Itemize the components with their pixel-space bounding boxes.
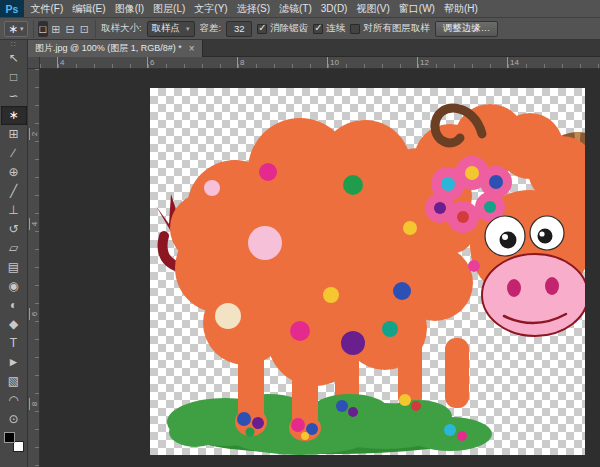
ruler-mark: 14 xyxy=(507,57,519,69)
chevron-down-icon: ▾ xyxy=(20,25,24,33)
close-icon[interactable]: × xyxy=(189,44,195,54)
antialias-checkbox[interactable]: ✓ 消除锯齿 xyxy=(257,22,308,35)
ruler-mark: 8 xyxy=(237,57,244,69)
foreground-color-swatch[interactable] xyxy=(4,432,15,443)
intersect-with-selection-icon[interactable]: ⊡ xyxy=(78,21,91,37)
healing-brush-tool[interactable]: ⊕ xyxy=(1,163,27,182)
magic-wand-icon: ∗ xyxy=(8,22,18,36)
subtract-from-selection-icon[interactable]: ⊟ xyxy=(63,21,76,37)
rectangular-marquee-tool[interactable]: □ xyxy=(1,68,27,87)
menu-filter[interactable]: 滤镜(T) xyxy=(275,0,317,18)
toolbar-grip[interactable]: ∷ xyxy=(11,40,16,49)
vertical-ruler[interactable]: 2 4 6 8 xyxy=(28,69,40,467)
tolerance-label: 容差: xyxy=(200,22,222,35)
ruler-origin-corner[interactable] xyxy=(28,57,40,69)
grass xyxy=(167,394,492,455)
tolerance-input[interactable] xyxy=(226,21,252,37)
transparent-document-canvas[interactable] xyxy=(150,88,585,455)
selection-mode-group: □ ⊞ ⊟ ⊡ xyxy=(33,20,96,38)
canvas-area[interactable] xyxy=(40,69,600,467)
menu-layer[interactable]: 图层(L) xyxy=(149,0,190,18)
document-tab[interactable]: 图片.jpg @ 100% (图层 1, RGB/8#) * × xyxy=(28,40,203,57)
hand-tool[interactable]: ◠ xyxy=(1,391,27,410)
zoom-tool[interactable]: ⊙ xyxy=(1,410,27,429)
document-tab-title: 图片.jpg @ 100% (图层 1, RGB/8#) * xyxy=(35,42,182,55)
pen-tool[interactable]: ◆ xyxy=(1,315,27,334)
blur-tool[interactable]: ◉ xyxy=(1,277,27,296)
document-tab-bar: 图片.jpg @ 100% (图层 1, RGB/8#) * × xyxy=(28,40,600,57)
history-brush-tool[interactable]: ↺ xyxy=(1,220,27,239)
gradient-tool[interactable]: ▤ xyxy=(1,258,27,277)
sheep-illustration xyxy=(150,88,585,455)
path-selection-tool[interactable]: ► xyxy=(1,353,27,372)
ruler-mark: 12 xyxy=(417,57,429,69)
menu-select[interactable]: 选择(S) xyxy=(232,0,274,18)
check-icon: ✓ xyxy=(258,22,266,33)
clone-stamp-tool[interactable]: ⊥ xyxy=(1,201,27,220)
photoshop-window: Ps 文件(F) 编辑(E) 图像(I) 图层(L) 文字(Y) 选择(S) 滤… xyxy=(0,0,600,467)
ruler-mark: 6 xyxy=(147,57,154,69)
ruler-mark: 10 xyxy=(327,57,339,69)
add-to-selection-icon[interactable]: ⊞ xyxy=(49,21,62,37)
menu-help[interactable]: 帮助(H) xyxy=(439,0,482,18)
check-icon: ✓ xyxy=(314,22,322,33)
menu-bar: Ps 文件(F) 编辑(E) 图像(I) 图层(L) 文字(Y) 选择(S) 滤… xyxy=(0,0,600,18)
ruler-mark: 6 xyxy=(29,308,39,320)
tool-preset-picker[interactable]: ∗ ▾ xyxy=(4,21,28,37)
move-tool[interactable]: ↖ xyxy=(1,49,27,68)
type-tool[interactable]: T xyxy=(1,334,27,353)
magic-wand-tool[interactable]: ∗ xyxy=(1,106,27,125)
antialias-label: 消除锯齿 xyxy=(270,22,308,35)
color-swatches xyxy=(4,432,24,452)
menu-file[interactable]: 文件(F) xyxy=(26,0,68,18)
dodge-tool[interactable]: ◐ xyxy=(1,296,27,315)
menu-3d[interactable]: 3D(D) xyxy=(316,0,352,18)
menu-window[interactable]: 窗口(W) xyxy=(394,0,439,18)
sample-all-layers-checkbox[interactable]: 对所有图层取样 xyxy=(350,22,430,35)
menu-image[interactable]: 图像(I) xyxy=(110,0,148,18)
eraser-tool[interactable]: ▱ xyxy=(1,239,27,258)
ruler-mark: 4 xyxy=(29,218,39,230)
horizontal-ruler[interactable]: 4 6 8 10 12 14 xyxy=(40,57,600,69)
lasso-tool[interactable]: ∽ xyxy=(1,87,27,106)
menu-edit[interactable]: 编辑(E) xyxy=(68,0,110,18)
new-selection-icon[interactable]: □ xyxy=(38,21,49,37)
photoshop-logo: Ps xyxy=(0,0,24,18)
crop-tool[interactable]: ⊞ xyxy=(1,125,27,144)
shape-tool[interactable]: ▧ xyxy=(1,372,27,391)
sample-size-value: 取样点 xyxy=(152,22,181,35)
options-bar: ∗ ▾ □ ⊞ ⊟ ⊡ 取样大小: 取样点 ▾ 容差: ✓ 消除锯齿 ✓ 连续 … xyxy=(0,18,600,40)
brush-tool[interactable]: ╱ xyxy=(1,182,27,201)
sample-all-layers-label: 对所有图层取样 xyxy=(363,22,430,35)
ruler-mark: 4 xyxy=(57,57,64,69)
chevron-down-icon: ▾ xyxy=(186,25,190,33)
menu-view[interactable]: 视图(V) xyxy=(352,0,394,18)
menu-type[interactable]: 文字(Y) xyxy=(190,0,232,18)
refine-edge-button[interactable]: 调整边缘… xyxy=(435,21,499,37)
sample-size-label: 取样大小: xyxy=(101,22,142,35)
contiguous-label: 连续 xyxy=(326,22,345,35)
tool-palette: ∷ ↖ □ ∽ ∗ ⊞ ∕ ⊕ ╱ ⊥ ↺ ▱ ▤ ◉ ◐ ◆ T ► ▧ ◠ … xyxy=(0,40,28,467)
contiguous-checkbox[interactable]: ✓ 连续 xyxy=(313,22,345,35)
eyedropper-tool[interactable]: ∕ xyxy=(1,144,27,163)
sample-size-dropdown[interactable]: 取样点 ▾ xyxy=(147,21,195,37)
ruler-mark: 8 xyxy=(29,398,39,410)
ruler-mark: 2 xyxy=(29,128,39,140)
